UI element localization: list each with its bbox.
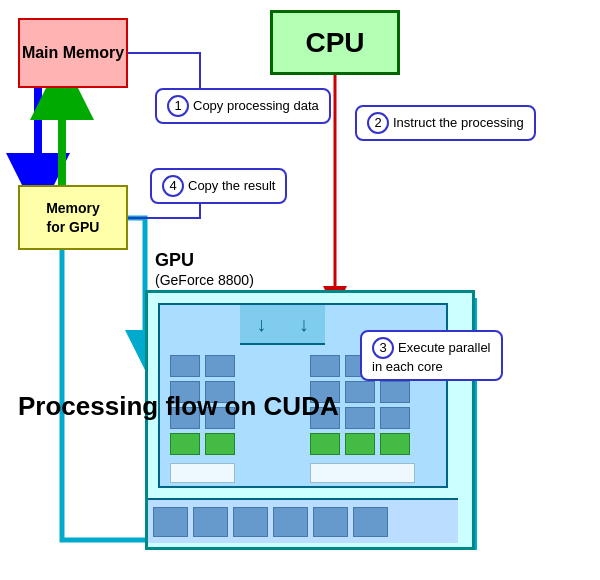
callout-1-text: Copy processing data (193, 98, 319, 113)
step-3-number: 3 (372, 337, 394, 359)
callout-4-text: Copy the result (188, 178, 275, 193)
callout-2: 2Instruct the processing (355, 105, 536, 141)
step-4-number: 4 (162, 175, 184, 197)
gpu-label: GPU (155, 250, 194, 271)
step-1-number: 1 (167, 95, 189, 117)
memory-gpu-label: Memoryfor GPU (46, 199, 100, 235)
step-2-number: 2 (367, 112, 389, 134)
main-memory-box: Main Memory (18, 18, 128, 88)
callout-4: 4Copy the result (150, 168, 287, 204)
cpu-box: CPU (270, 10, 400, 75)
diagram: Main Memory CPU Memoryfor GPU ↓ ↓ (0, 0, 600, 580)
main-memory-label: Main Memory (22, 43, 124, 62)
gpu-sublabel: (GeForce 8800) (155, 272, 254, 288)
processing-flow-label: Processing flow on CUDA (18, 390, 339, 424)
callout-1: 1Copy processing data (155, 88, 331, 124)
cpu-label: CPU (305, 27, 364, 59)
memory-gpu-box: Memoryfor GPU (18, 185, 128, 250)
callout-3: 3Execute parallelin each core (360, 330, 503, 381)
callout-2-text: Instruct the processing (393, 115, 524, 130)
